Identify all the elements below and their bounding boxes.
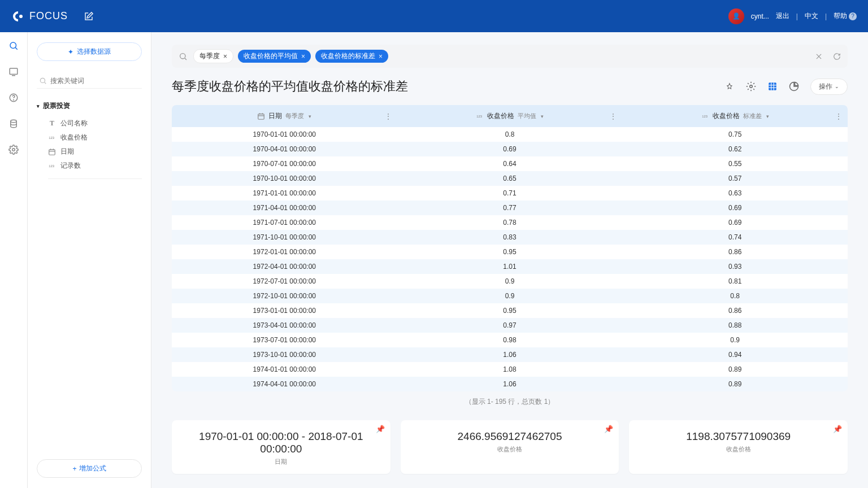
chip-remove-icon[interactable]: ×: [223, 53, 227, 60]
table-cell[interactable]: 1.06: [397, 377, 623, 391]
rail-data-icon[interactable]: [8, 118, 19, 129]
table-cell[interactable]: 0.9: [397, 289, 623, 303]
settings-icon[interactable]: [746, 81, 756, 91]
select-datasource-button[interactable]: ✦ 选择数据源: [37, 42, 142, 61]
table-cell[interactable]: 1970-10-01 00:00:00: [172, 171, 397, 186]
table-cell[interactable]: 0.86: [622, 245, 848, 259]
svg-text:123: 123: [702, 115, 708, 118]
summary-card[interactable]: 📌1198.3075771090369收盘价格: [629, 420, 848, 474]
table-cell[interactable]: 0.64: [397, 156, 623, 171]
lang-link[interactable]: 中文: [805, 11, 818, 21]
pin-icon[interactable]: [724, 81, 735, 91]
chip-remove-icon[interactable]: ×: [301, 53, 305, 60]
table-cell[interactable]: 1972-10-01 00:00:00: [172, 289, 397, 303]
table-cell[interactable]: 0.8: [622, 289, 848, 303]
rail-search-icon[interactable]: [8, 40, 19, 51]
table-cell[interactable]: 1973-10-01 00:00:00: [172, 347, 397, 362]
table-cell[interactable]: 1.01: [397, 259, 623, 274]
table-cell[interactable]: 0.95: [397, 303, 623, 318]
table-cell[interactable]: 0.98: [397, 333, 623, 347]
table-view-icon[interactable]: [767, 81, 778, 91]
query-chip[interactable]: 收盘价格的平均值×: [238, 50, 311, 63]
table-cell[interactable]: 1970-04-01 00:00:00: [172, 142, 397, 156]
refresh-icon[interactable]: [833, 53, 841, 60]
table-cell[interactable]: 0.88: [622, 318, 848, 333]
pin-icon[interactable]: 📌: [604, 425, 613, 433]
table-cell[interactable]: 1973-01-01 00:00:00: [172, 303, 397, 318]
table-cell[interactable]: 0.97: [397, 318, 623, 333]
query-chip[interactable]: 每季度×: [193, 49, 233, 63]
chip-remove-icon[interactable]: ×: [379, 53, 383, 60]
column-header[interactable]: 123收盘价格 平均值▾⋮: [397, 105, 623, 127]
table-cell[interactable]: 0.69: [622, 215, 848, 230]
avatar[interactable]: 👤: [728, 8, 744, 24]
pin-icon[interactable]: 📌: [833, 425, 842, 433]
table-cell[interactable]: 1973-07-01 00:00:00: [172, 333, 397, 347]
table-cell[interactable]: 1972-01-01 00:00:00: [172, 245, 397, 259]
table-cell[interactable]: 0.93: [622, 259, 848, 274]
table-cell[interactable]: 0.63: [622, 186, 848, 201]
table-cell[interactable]: 1970-07-01 00:00:00: [172, 156, 397, 171]
table-cell[interactable]: 0.8: [397, 127, 623, 142]
column-header[interactable]: 123收盘价格 标准差▾⋮: [622, 105, 848, 127]
summary-card[interactable]: 📌2466.9569127462705收盘价格: [401, 420, 619, 474]
table-cell[interactable]: 1973-04-01 00:00:00: [172, 318, 397, 333]
table-cell[interactable]: 1971-07-01 00:00:00: [172, 215, 397, 230]
pin-icon[interactable]: 📌: [376, 425, 385, 433]
tree-leaf[interactable]: T公司名称: [37, 116, 142, 130]
table-cell[interactable]: 1974-04-01 00:00:00: [172, 377, 397, 391]
help-link[interactable]: 帮助?: [834, 11, 857, 21]
tree-leaf[interactable]: 123收盘价格: [37, 130, 142, 145]
table-cell[interactable]: 0.78: [397, 215, 623, 230]
column-menu-icon[interactable]: ⋮: [385, 112, 392, 120]
rail-help-icon[interactable]: [8, 92, 19, 103]
operations-button[interactable]: 操作 ⌄: [810, 79, 848, 95]
table-cell[interactable]: 1.06: [397, 347, 623, 362]
tree-leaf[interactable]: 日期: [37, 145, 142, 159]
table-cell[interactable]: 0.94: [622, 347, 848, 362]
edit-icon[interactable]: [84, 11, 94, 21]
table-cell[interactable]: 0.69: [397, 142, 623, 156]
column-menu-icon[interactable]: ⋮: [610, 112, 617, 120]
sidebar-search-input[interactable]: [37, 73, 142, 89]
tree-root[interactable]: ▾ 股票投资: [37, 99, 142, 113]
add-formula-button[interactable]: + 增加公式: [37, 459, 142, 478]
table-cell[interactable]: 1971-04-01 00:00:00: [172, 201, 397, 215]
rail-board-icon[interactable]: [8, 66, 19, 77]
table-cell[interactable]: 0.55: [622, 156, 848, 171]
table-cell[interactable]: 0.83: [397, 230, 623, 245]
table-cell[interactable]: 0.71: [397, 186, 623, 201]
rail-settings-icon[interactable]: [8, 144, 19, 155]
tree-leaf[interactable]: 123记录数: [37, 159, 142, 173]
table-cell[interactable]: 0.62: [622, 142, 848, 156]
table-cell[interactable]: 0.81: [622, 274, 848, 289]
summary-card[interactable]: 📌1970-01-01 00:00:00 - 2018-07-01 00:00:…: [172, 420, 390, 474]
logout-link[interactable]: 退出: [776, 11, 789, 21]
table-cell[interactable]: 0.86: [622, 303, 848, 318]
table-cell[interactable]: 1974-01-01 00:00:00: [172, 362, 397, 377]
table-cell[interactable]: 0.57: [622, 171, 848, 186]
table-cell[interactable]: 1.08: [397, 362, 623, 377]
table-cell[interactable]: 1972-04-01 00:00:00: [172, 259, 397, 274]
table-cell[interactable]: 0.9: [622, 333, 848, 347]
clear-icon[interactable]: [815, 53, 823, 60]
table-cell[interactable]: 1971-10-01 00:00:00: [172, 230, 397, 245]
column-menu-icon[interactable]: ⋮: [835, 112, 842, 120]
user-name[interactable]: cynt...: [751, 12, 769, 20]
query-chip[interactable]: 收盘价格的标准差×: [315, 50, 388, 63]
logo[interactable]: FOCUS: [11, 10, 68, 23]
table-cell[interactable]: 0.69: [622, 201, 848, 215]
table-cell[interactable]: 0.9: [397, 274, 623, 289]
table-cell[interactable]: 0.89: [622, 362, 848, 377]
table-cell[interactable]: 0.74: [622, 230, 848, 245]
table-cell[interactable]: 0.75: [622, 127, 848, 142]
table-cell[interactable]: 0.77: [397, 201, 623, 215]
table-cell[interactable]: 0.65: [397, 171, 623, 186]
column-header[interactable]: 日期 每季度▾⋮: [172, 105, 397, 127]
table-cell[interactable]: 1971-01-01 00:00:00: [172, 186, 397, 201]
table-cell[interactable]: 0.95: [397, 245, 623, 259]
table-cell[interactable]: 0.89: [622, 377, 848, 391]
table-cell[interactable]: 1970-01-01 00:00:00: [172, 127, 397, 142]
table-cell[interactable]: 1972-07-01 00:00:00: [172, 274, 397, 289]
chart-view-icon[interactable]: [789, 81, 799, 91]
